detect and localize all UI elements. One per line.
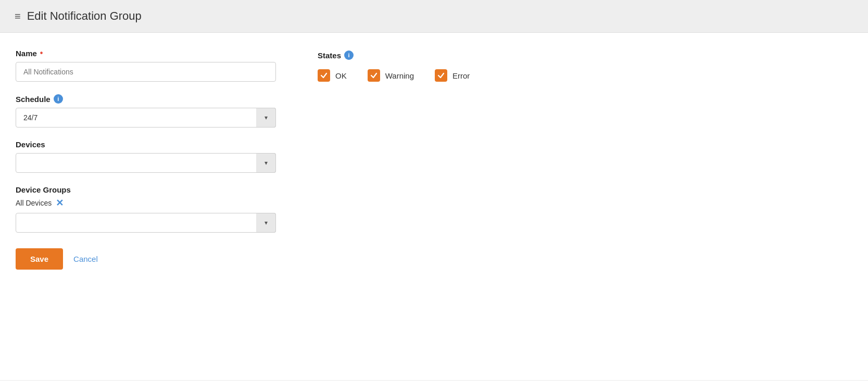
page-title: Edit Notification Group [27, 9, 142, 23]
device-groups-label: Device Groups [16, 185, 276, 194]
states-section: States i OK [318, 50, 852, 82]
form-left: Name • Schedule i 24/7 ▾ [16, 48, 276, 270]
devices-label: Devices [16, 140, 276, 149]
state-ok[interactable]: OK [318, 69, 347, 82]
device-groups-tag-text: All Devices [16, 199, 52, 207]
name-input[interactable] [16, 62, 276, 82]
state-error-checkbox[interactable] [435, 69, 447, 82]
page-content: Name • Schedule i 24/7 ▾ [0, 33, 868, 380]
schedule-group: Schedule i 24/7 ▾ [16, 94, 276, 128]
state-ok-checkbox[interactable] [318, 69, 330, 82]
schedule-info-icon[interactable]: i [54, 94, 63, 104]
device-groups-select[interactable] [16, 213, 276, 233]
page-header: ≡ Edit Notification Group [0, 0, 868, 33]
states-label: States i [318, 50, 852, 60]
device-groups-group: Device Groups All Devices ✕ ▾ [16, 185, 276, 233]
device-groups-tag: All Devices ✕ [16, 198, 276, 208]
list-icon: ≡ [15, 10, 21, 22]
state-error[interactable]: Error [435, 69, 470, 82]
device-groups-remove-button[interactable]: ✕ [56, 198, 64, 208]
required-indicator: • [40, 48, 43, 58]
device-groups-select-wrapper: ▾ [16, 213, 276, 233]
devices-select-wrapper: ▾ [16, 153, 276, 173]
name-label: Name • [16, 48, 276, 58]
cancel-button[interactable]: Cancel [73, 255, 98, 263]
form-layout: Name • Schedule i 24/7 ▾ [16, 48, 852, 270]
state-ok-label: OK [335, 71, 347, 80]
devices-select[interactable] [16, 153, 276, 173]
schedule-select[interactable]: 24/7 [16, 108, 276, 128]
name-group: Name • [16, 48, 276, 82]
save-button[interactable]: Save [16, 248, 63, 270]
form-actions: Save Cancel [16, 248, 276, 270]
devices-group: Devices ▾ [16, 140, 276, 173]
state-error-label: Error [452, 71, 470, 80]
states-info-icon[interactable]: i [344, 50, 354, 60]
state-warning-label: Warning [385, 71, 414, 80]
schedule-select-wrapper: 24/7 ▾ [16, 108, 276, 128]
state-warning[interactable]: Warning [368, 69, 414, 82]
state-warning-checkbox[interactable] [368, 69, 380, 82]
form-right: States i OK [318, 48, 852, 270]
states-checkboxes: OK Warning [318, 69, 852, 82]
schedule-label: Schedule i [16, 94, 276, 104]
